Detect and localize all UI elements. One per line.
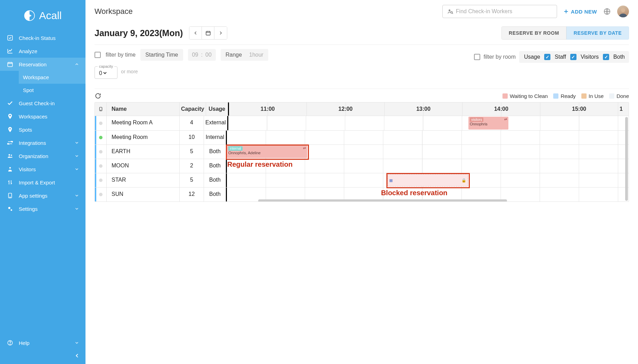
row-time-area[interactable]: ▦ 🔒 [227,173,629,187]
capacity-select[interactable]: 0 [98,70,108,76]
time-cell[interactable] [462,145,540,159]
row-accent [95,188,96,201]
capacity-legend: capacity [98,64,114,68]
time-cell[interactable] [305,145,383,159]
filter-row: filter by time Starting Time : Range 1ho… [95,49,629,87]
sidebar-item-guest-checkin[interactable]: Guest Check-in [0,97,85,110]
usage-filter: Usage Staff Visitors Both [519,51,629,63]
table-row[interactable]: EARTH 5 Both internal ⇄ Onnophris, Adeli… [95,144,629,159]
next-day-button[interactable] [214,27,227,39]
sidebar-item-reservation[interactable]: Reservation [0,58,85,71]
reserve-by-room-tab[interactable]: RESERVE BY ROOM [501,26,566,40]
time-cell[interactable] [306,116,384,130]
time-cell[interactable] [540,188,618,201]
time-cell[interactable] [384,116,462,130]
language-button[interactable] [603,8,611,15]
sidebar-item-spots[interactable]: Spots [0,123,85,136]
svg-point-19 [621,8,625,12]
time-cell[interactable] [462,173,540,187]
time-cell[interactable] [540,131,618,144]
time-cell[interactable] [462,159,540,173]
both-checkbox[interactable] [603,54,609,60]
row-time-area[interactable] [227,131,629,144]
table-row[interactable]: Meeting Room 10 Internal [95,130,629,144]
collapse-sidebar-button[interactable] [0,349,85,362]
status-dot [95,188,107,201]
tablet-icon [6,192,14,199]
horizontal-scrollbar[interactable] [258,199,507,202]
main: Workspace ADD NEW January 9, 2023(Mon) [85,0,638,364]
capacity-field[interactable]: capacity 0 [95,64,117,79]
table-row[interactable]: Meeting Room A 4 External visitors ⇄ Onn… [95,116,629,130]
chevron-down-icon [74,140,79,145]
time-cell[interactable] [305,159,383,173]
sidebar-item-visitors[interactable]: Visitors [0,163,85,176]
search-input[interactable] [456,8,553,15]
row-time-area[interactable]: visitors ⇄ Onnophris [228,116,629,130]
prev-day-button[interactable] [189,27,202,39]
avatar[interactable] [617,6,629,17]
check-square-icon [6,35,14,41]
sidebar-item-help[interactable]: Help [0,336,85,349]
svg-point-22 [100,110,101,110]
reservation-event[interactable]: internal ⇄ Onnophris, Adeline [227,146,307,158]
room-name: EARTH [107,145,180,159]
vertical-scrollbar[interactable] [625,117,628,201]
time-cell[interactable] [305,131,383,144]
add-new-button[interactable]: ADD NEW [563,9,597,15]
start-hh-input[interactable] [191,52,200,58]
blocked-reservation[interactable]: ▦ 🔒 [387,174,468,187]
time-cell[interactable] [228,116,306,130]
status-dot [95,145,107,159]
time-cell[interactable] [540,145,618,159]
reservation-event[interactable]: visitors ⇄ Onnophris [468,117,508,130]
visitors-checkbox[interactable] [570,54,576,60]
filter-by-time-label: filter by time [106,52,136,58]
time-cell[interactable] [227,159,305,173]
time-cell[interactable] [227,131,305,144]
time-cell[interactable] [305,173,383,187]
filter-by-time-checkbox[interactable] [95,52,101,58]
sidebar-item-analyze[interactable]: Analyze [0,44,85,58]
sidebar-item-import-export[interactable]: Import & Export [0,176,85,189]
staff-checkbox[interactable] [544,54,550,60]
time-cell[interactable] [227,173,305,187]
sidebar-item-integrations[interactable]: Integrations [0,136,85,149]
status-dot [95,131,107,144]
start-mm-input[interactable] [204,52,213,58]
sidebar-item-label: Analyze [19,48,37,54]
table-row[interactable]: MOON 2 Both [95,159,629,173]
sidebar-item-workspace[interactable]: Workspace [19,71,85,84]
sidebar-item-spot[interactable]: Spot [19,84,85,97]
room-capacity: 10 [180,131,204,144]
person-search-icon [447,8,454,15]
range-pill[interactable]: Range 1hour [221,49,268,61]
calendar-picker-button[interactable] [202,27,214,39]
sidebar-item-workspaces[interactable]: Workspaces [0,110,85,123]
status-dot [95,159,107,173]
time-cell[interactable] [540,173,618,187]
sidebar-item-settings[interactable]: Settings [0,202,85,215]
refresh-button[interactable] [95,92,101,99]
table-row[interactable]: STAR 5 Both ▦ 🔒 [95,173,629,187]
time-cell[interactable] [383,131,461,144]
sidebar-item-organization[interactable]: Organization [0,149,85,163]
sidebar-item-app-settings[interactable]: App settings [0,189,85,202]
time-cell[interactable] [383,159,461,173]
time-cell[interactable] [540,116,618,130]
row-time-area[interactable] [227,159,629,173]
sidebar-item-label: Check-in Status [19,35,56,41]
reserve-by-date-tab[interactable]: RESERVE BY DATE [566,26,629,40]
time-cell[interactable] [462,131,540,144]
sidebar-item-label: Spot [23,87,34,93]
filter-by-room-checkbox[interactable] [474,54,480,60]
logo-text: Acall [39,10,62,22]
time-cell[interactable] [383,145,461,159]
event-tag: visitors [470,117,483,122]
time-cell[interactable] [540,159,618,173]
search-input-wrap[interactable] [442,5,557,18]
starting-time-input[interactable]: : [188,49,216,61]
sidebar-item-checkin-status[interactable]: Check-in Status [0,31,85,44]
row-accent [95,116,96,130]
row-time-area[interactable]: internal ⇄ Onnophris, Adeline [227,145,629,159]
